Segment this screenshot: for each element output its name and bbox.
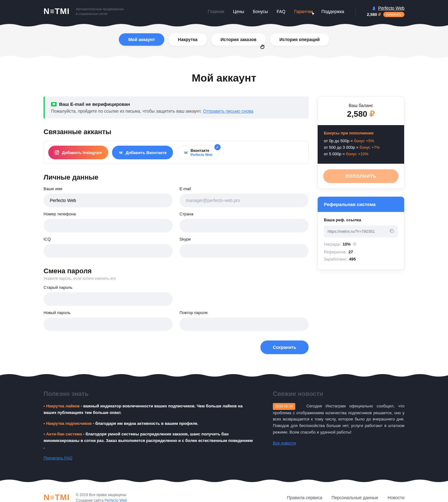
nav-divider	[355, 7, 356, 16]
nav-faq[interactable]: FAQ	[277, 9, 285, 14]
repeat-password-label: Повтор пароля	[180, 310, 309, 315]
bonus-row: от 500 до 3 000р = бонус +7%	[324, 145, 398, 150]
nav-home[interactable]: Главная	[208, 9, 224, 14]
svg-rect-3	[391, 230, 393, 232]
old-password-input[interactable]	[44, 292, 173, 306]
phone-label: Номер телефона	[44, 212, 173, 216]
help-icon[interactable]: ?	[352, 242, 357, 247]
wave-divider	[0, 54, 448, 59]
new-password-input[interactable]	[44, 317, 173, 331]
privacy-link[interactable]: Персональные данные	[332, 495, 378, 500]
news-item: 2019-02-14 Сегодня Инстаграм официально …	[273, 403, 404, 436]
user-link[interactable]: Perfecto Web	[372, 6, 404, 11]
phone-input[interactable]	[44, 219, 173, 232]
name-input[interactable]	[44, 194, 173, 207]
header: N≡TMI Автоматическое продвижение в социа…	[0, 0, 448, 23]
header-balance: 2,580 ₽	[367, 12, 380, 17]
ref-count: Рефералов: 27	[324, 250, 398, 254]
main-nav: Главная Цены Бонусы FAQ Гарантии Поддерж…	[208, 6, 405, 17]
phone-field: Номер телефона	[44, 212, 173, 232]
news-date: 2019-02-14	[273, 403, 295, 410]
faq-link[interactable]: Прочитать FAQ	[44, 456, 72, 460]
alert-text: Пожалуйста, пройдите по ссылке из письма…	[51, 109, 302, 114]
footer-news-title: Свежие новости	[273, 390, 404, 397]
news-link[interactable]: Новости	[388, 495, 404, 500]
svg-point-2	[58, 151, 58, 152]
tagline: Автоматическое продвижение в социальных …	[76, 7, 124, 16]
footer: Полезно знать • Накрутка лайков - важный…	[0, 378, 448, 478]
nav-support[interactable]: Поддержка	[321, 9, 344, 14]
nav-guarantees[interactable]: Гарантии	[294, 9, 313, 14]
old-password-label: Старый пароль	[44, 285, 173, 290]
user-block: Perfecto Web 2,580 ₽ пополнить	[367, 6, 404, 17]
tab-boost[interactable]: Накрутка	[169, 33, 207, 46]
repeat-password-field: Повтор пароля	[180, 310, 309, 331]
header-topup-button[interactable]: пополнить	[383, 12, 404, 17]
country-label: Страна	[180, 212, 309, 216]
save-button[interactable]: Сохранить	[260, 340, 309, 354]
footer-p2: • Накрутка подписчиков - благодаря им ви…	[44, 420, 254, 427]
add-instagram-button[interactable]: Добавить Instagram	[48, 146, 108, 159]
bottom-nav: Правила сервиса Персональные данные Ново…	[287, 495, 404, 500]
copyright: © 2019 Все права защищены Создание сайта…	[76, 492, 127, 502]
skype-input[interactable]	[180, 244, 309, 258]
nav-bonuses[interactable]: Бонусы	[253, 9, 268, 14]
rules-link[interactable]: Правила сервиса	[287, 495, 322, 500]
repeat-password-input[interactable]	[180, 317, 309, 331]
copy-icon[interactable]	[389, 228, 394, 234]
skype-label: Skype	[180, 237, 309, 242]
email-label: E-mail	[180, 186, 309, 191]
footer-know-title: Полезно знать	[44, 390, 254, 397]
accounts-card: Добавить Instagram Добавить Вконтакте Вк…	[44, 141, 309, 164]
bonus-title: Бонусы при пополнении	[324, 131, 398, 135]
bottombar: N≡TMI © 2019 Все права защищены Создание…	[0, 483, 448, 502]
ref-input-wrap	[324, 225, 398, 237]
country-input[interactable]	[180, 219, 309, 232]
icq-field: ICQ	[44, 237, 173, 258]
bonus-block: Бонусы при пополнении от 0р до 500р = бо…	[318, 125, 404, 164]
page-title: Мой аккаунт	[44, 72, 404, 84]
name-label: Ваше имя	[44, 186, 173, 191]
icq-input[interactable]	[44, 244, 173, 258]
add-vk-button[interactable]: Добавить Вконтакте	[112, 146, 173, 159]
logo[interactable]: N≡TMI	[44, 7, 70, 16]
vk-linked-account[interactable]: Вконтакте Perfecto Web ✓	[177, 146, 219, 159]
balance-label: Ваш баланс	[324, 103, 398, 108]
old-password-field: Старый пароль	[44, 285, 173, 306]
resend-link[interactable]: Отправить письмо снова	[203, 109, 253, 114]
nav-prices[interactable]: Цены	[233, 9, 244, 14]
tab-orders[interactable]: История заказов	[211, 33, 266, 46]
topup-button[interactable]: ПОПОЛНИТЬ	[323, 169, 399, 183]
cursor-icon	[311, 12, 316, 17]
wave-divider	[0, 478, 448, 483]
wave-divider	[0, 23, 448, 28]
referral-title: Реферальная система	[318, 197, 404, 212]
alert-title: Ваш E-mail не верифицирован	[51, 101, 302, 107]
footer-logo[interactable]: N≡TMI	[44, 493, 70, 502]
cursor-icon	[259, 43, 266, 50]
vk-icon	[118, 150, 123, 155]
bonus-row: от 0р до 500р = бонус +5%	[324, 138, 398, 143]
svg-text:?: ?	[354, 243, 356, 246]
balance-amount: 2,580 ₽	[324, 109, 398, 119]
tabs-bar: Мой аккаунт Накрутка История заказов Ист…	[0, 28, 448, 54]
vk-linked-name: Вконтакте	[191, 148, 212, 153]
personal-heading: Личные данные	[44, 173, 309, 181]
ref-link-input[interactable]	[328, 229, 389, 234]
check-icon: ✓	[214, 144, 221, 150]
balance-card: Ваш баланс 2,580 ₽ Бонусы при пополнении…	[317, 96, 404, 189]
all-news-link[interactable]: Все новости	[273, 441, 296, 445]
linked-heading: Связанные акканты	[44, 128, 309, 136]
verify-alert: Ваш E-mail не верифицирован Пожалуйста, …	[44, 96, 309, 119]
name-field: Ваше имя	[44, 186, 173, 207]
ref-earned: Заработано: 495	[324, 257, 398, 261]
tab-account[interactable]: Мой аккаунт	[119, 33, 164, 46]
made-by-link[interactable]: Perfecto Web	[105, 498, 127, 502]
svg-point-1	[56, 152, 58, 153]
ref-link-label: Ваша реф. ссылка	[324, 218, 398, 222]
wave-divider	[0, 373, 448, 378]
footer-p1: • Накрутка лайков - важный индикатор вов…	[44, 403, 254, 416]
tab-ops[interactable]: История операций	[270, 33, 329, 46]
password-hint: Укажите пароль, если хотите сменить его	[44, 276, 309, 281]
new-password-label: Новый пароль	[44, 310, 173, 315]
